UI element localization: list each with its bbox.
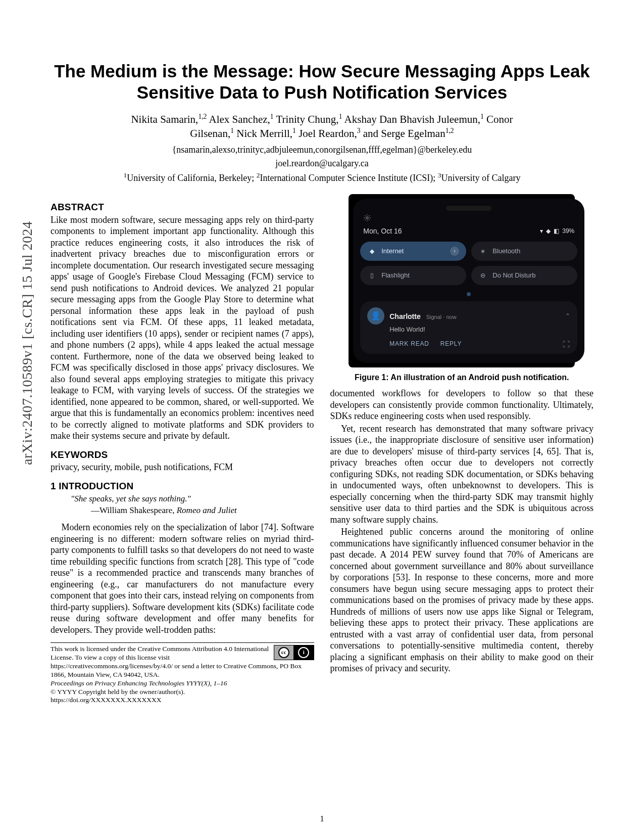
notification-card[interactable]: 👤 Charlotte Signal · now ⌃ Hello World! … xyxy=(360,301,577,354)
battery-percent: 39% xyxy=(562,227,574,235)
license-block: cc i This work is licensed under the Cre… xyxy=(51,642,314,705)
by-icon: i xyxy=(298,647,309,658)
copyright-line: © YYYY Copyright held by the owner/autho… xyxy=(51,688,185,696)
notification-reply-button[interactable]: REPLY xyxy=(440,340,462,349)
figure-1: Mon, Oct 16 ▾ ◆ ◧ 39% ◆ Internet › xyxy=(330,194,594,383)
paper-title: The Medium is the Message: How Secure Me… xyxy=(51,61,593,103)
epigram-attrib-pre: —William Shakespeare, xyxy=(91,505,177,515)
body-paragraph: Yet, recent research has demonstrated th… xyxy=(330,423,594,526)
author-name: Nick Merrill, xyxy=(236,127,292,140)
author-name: and Serge Egelman xyxy=(363,127,445,140)
phone-date: Mon, Oct 16 xyxy=(363,227,402,236)
qs-label: Internet xyxy=(381,247,404,255)
author-name: Nikita Samarin, xyxy=(131,113,198,125)
svg-point-0 xyxy=(366,217,368,219)
affil-text: University of Calgary xyxy=(441,173,521,183)
section-heading-abstract: ABSTRACT xyxy=(51,201,314,213)
qs-label: Flashlight xyxy=(381,271,410,280)
wifi-icon: ◆ xyxy=(546,227,551,235)
proceedings-line: Proceedings on Privacy Enhancing Technol… xyxy=(51,679,227,687)
qs-tile-dnd[interactable]: ⊖ Do Not Disturb xyxy=(471,266,577,285)
phone-notch-icon xyxy=(446,206,491,211)
author-name: Akshay Dan Bhavish Juleemun, xyxy=(344,113,480,125)
keywords-text: privacy, security, mobile, push notifica… xyxy=(51,461,314,473)
qs-tile-bluetooth[interactable]: ∗ Bluetooth xyxy=(471,242,577,261)
epigram-quote: "She speaks, yet she says nothing." xyxy=(71,493,314,504)
author-name: Joel Reardon, xyxy=(299,127,357,140)
license-text: This work is licensed under the Creative… xyxy=(51,645,302,678)
abstract-text: Like most modern software, secure messag… xyxy=(51,214,314,442)
doi-line: https://doi.org/XXXXXXX.XXXXXXX xyxy=(51,696,162,704)
pager-dot-icon xyxy=(467,292,471,296)
section-heading-keywords: KEYWORDS xyxy=(51,449,314,461)
affil-sup: 3 xyxy=(438,171,441,179)
authors-block: Nikita Samarin,1,2 Alex Sanchez,1 Trinit… xyxy=(51,112,593,141)
cc-icon: cc xyxy=(278,647,289,658)
affiliations: 1University of California, Berkeley; 2In… xyxy=(51,171,593,184)
avatar: 👤 xyxy=(367,307,384,325)
gear-icon xyxy=(363,214,371,222)
affil-text: International Computer Science Institute… xyxy=(260,173,437,183)
notification-body: Hello World! xyxy=(389,326,570,334)
chevron-right-icon: › xyxy=(450,247,459,256)
qs-tile-internet[interactable]: ◆ Internet › xyxy=(360,242,466,261)
author-name: Gilsenan, xyxy=(190,127,230,140)
page-number: 1 xyxy=(320,814,324,824)
author-name: Conor xyxy=(486,113,513,125)
author-affil-sup: 1,2 xyxy=(198,113,207,120)
author-affil-sup: 1 xyxy=(230,127,234,134)
dnd-icon: ⊖ xyxy=(478,271,487,280)
epigram-attrib-title: Romeo and Juliet xyxy=(177,505,237,515)
notification-source: Signal · now xyxy=(426,314,457,320)
expand-icon[interactable]: ⛶ xyxy=(563,340,570,349)
author-affil-sup: 1 xyxy=(339,113,342,120)
qs-tile-flashlight[interactable]: ▯ Flashlight xyxy=(360,266,466,285)
signal-icon: ▾ xyxy=(540,227,543,235)
author-affil-sup: 1 xyxy=(292,127,296,134)
affil-text: University of California, Berkeley; xyxy=(127,173,256,183)
section-heading-intro: 1 INTRODUCTION xyxy=(51,480,314,492)
body-paragraph: Heightened public concerns around the mo… xyxy=(330,526,594,674)
intro-paragraph: Modern economies rely on the specializat… xyxy=(51,522,314,635)
author-affil-sup: 1 xyxy=(270,113,274,120)
epigram-attrib: —William Shakespeare, Romeo and Juliet xyxy=(91,505,314,516)
battery-icon: ◧ xyxy=(554,227,559,235)
notification-mark-read-button[interactable]: MARK READ xyxy=(389,340,429,349)
body-paragraph: documented workflows for developers to f… xyxy=(330,388,594,422)
notification-sender: Charlotte xyxy=(389,312,420,320)
qs-label: Bluetooth xyxy=(492,247,520,255)
phone-illustration: Mon, Oct 16 ▾ ◆ ◧ 39% ◆ Internet › xyxy=(349,194,575,367)
flashlight-icon: ▯ xyxy=(367,271,376,280)
author-name: Alex Sanchez, xyxy=(209,113,270,125)
author-emails: {nsamarin,alexso,trinityc,adbjuleemun,co… xyxy=(51,144,593,156)
author-name: Trinity Chung, xyxy=(276,113,339,125)
author-emails: joel.reardon@ucalgary.ca xyxy=(51,158,593,169)
figure-caption: Figure 1: An illustration of an Android … xyxy=(330,373,594,383)
author-affil-sup: 3 xyxy=(357,127,361,134)
wifi-icon: ◆ xyxy=(367,247,376,256)
qs-label: Do Not Disturb xyxy=(492,271,535,280)
cc-by-badge-icon: cc i xyxy=(274,645,314,660)
author-affil-sup: 1,2 xyxy=(445,127,454,134)
bluetooth-icon: ∗ xyxy=(478,247,487,256)
author-affil-sup: 1 xyxy=(480,113,484,120)
arxiv-stamp: arXiv:2407.10589v1 [cs.CR] 15 Jul 2024 xyxy=(18,221,36,465)
chevron-up-icon[interactable]: ⌃ xyxy=(565,312,570,320)
